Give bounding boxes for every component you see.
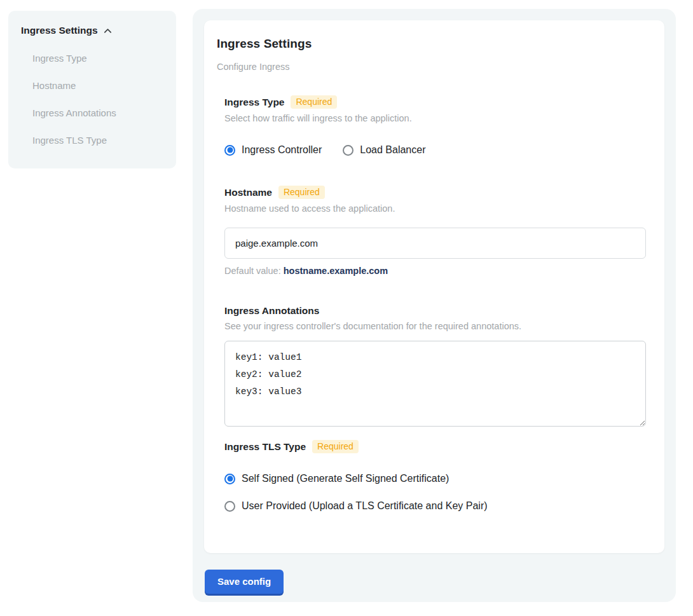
save-config-button[interactable]: Save config: [205, 570, 284, 594]
section-ingress-tls-type: Ingress TLS Type Required Self Signed (G…: [224, 440, 645, 512]
ingress-annotations-textarea[interactable]: key1: value1 key2: value2 key3: value3: [224, 341, 646, 427]
section-hostname: Hostname Required Hostname used to acces…: [224, 186, 645, 276]
hostname-label: Hostname: [224, 187, 272, 198]
ingress-type-options: Ingress Controller Load Balancer: [224, 144, 645, 156]
sidebar-item-ingress-tls-type[interactable]: Ingress TLS Type: [32, 135, 163, 146]
sidebar-item-ingress-type[interactable]: Ingress Type: [32, 53, 163, 64]
chevron-up-icon: [103, 26, 113, 36]
ingress-settings-form: Ingress Type Required Select how traffic…: [224, 95, 645, 512]
sidebar-group-ingress-settings[interactable]: Ingress Settings: [21, 25, 163, 36]
hostname-default-value: Default value: hostname.example.com: [224, 266, 645, 276]
required-badge: Required: [278, 186, 325, 199]
radio-unselected-icon: [224, 501, 235, 512]
radio-user-provided[interactable]: User Provided (Upload a TLS Certificate …: [224, 500, 645, 512]
ingress-annotations-description: See your ingress controller's documentat…: [224, 321, 645, 331]
radio-selected-icon: [224, 145, 235, 156]
sidebar-group-label: Ingress Settings: [21, 25, 98, 36]
default-value-prefix: Default value:: [224, 266, 284, 276]
sidebar-item-list: Ingress Type Hostname Ingress Annotation…: [21, 53, 163, 146]
hostname-input[interactable]: [224, 228, 646, 259]
required-badge: Required: [312, 440, 359, 453]
required-badge: Required: [291, 95, 337, 109]
radio-ingress-controller-label: Ingress Controller: [242, 144, 322, 156]
section-ingress-annotations: Ingress Annotations See your ingress con…: [224, 305, 645, 427]
ingress-tls-type-label: Ingress TLS Type: [224, 441, 306, 453]
section-ingress-type: Ingress Type Required Select how traffic…: [224, 95, 645, 156]
radio-user-provided-label: User Provided (Upload a TLS Certificate …: [242, 500, 488, 512]
default-value-text: hostname.example.com: [284, 266, 388, 276]
sidebar-item-ingress-annotations[interactable]: Ingress Annotations: [32, 107, 163, 118]
radio-load-balancer[interactable]: Load Balancer: [343, 144, 425, 156]
radio-self-signed[interactable]: Self Signed (Generate Self Signed Certif…: [224, 473, 645, 484]
radio-ingress-controller[interactable]: Ingress Controller: [224, 144, 322, 156]
ingress-annotations-label: Ingress Annotations: [224, 305, 319, 317]
sidebar-item-hostname[interactable]: Hostname: [32, 80, 163, 91]
hostname-description: Hostname used to access the application.: [224, 203, 645, 214]
radio-selected-icon: [224, 474, 235, 484]
page-title: Ingress Settings: [217, 37, 645, 51]
ingress-settings-card: Ingress Settings Configure Ingress Ingre…: [204, 20, 664, 553]
ingress-tls-options: Self Signed (Generate Self Signed Certif…: [224, 473, 645, 512]
settings-sidebar: Ingress Settings Ingress Type Hostname I…: [8, 11, 176, 168]
ingress-type-label: Ingress Type: [224, 97, 284, 108]
radio-load-balancer-label: Load Balancer: [360, 144, 425, 156]
radio-self-signed-label: Self Signed (Generate Self Signed Certif…: [242, 473, 449, 484]
settings-panel: Ingress Settings Configure Ingress Ingre…: [193, 9, 676, 602]
page-subtitle: Configure Ingress: [217, 62, 645, 72]
radio-unselected-icon: [343, 145, 353, 156]
ingress-type-description: Select how traffic will ingress to the a…: [224, 113, 645, 123]
